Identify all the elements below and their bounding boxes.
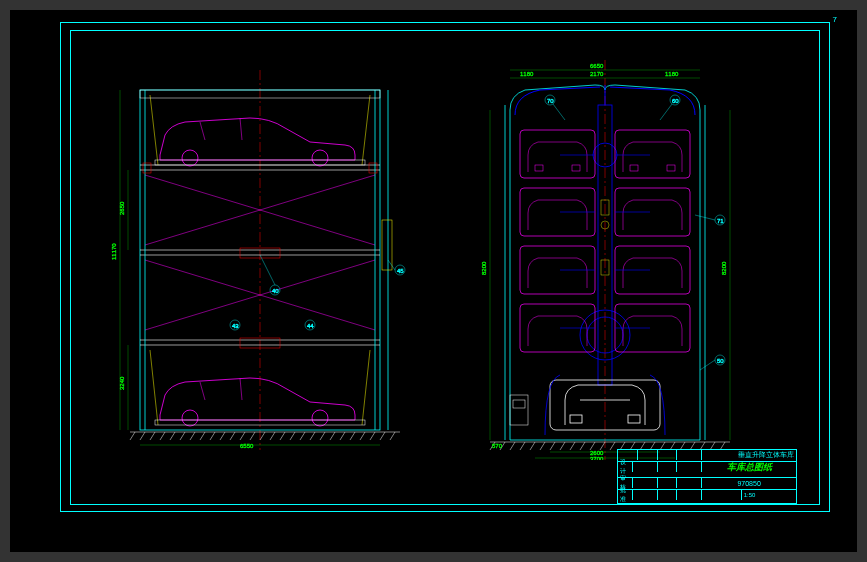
svg-line-54 (362, 350, 370, 425)
tb-cell (658, 450, 678, 460)
svg-line-9 (190, 432, 195, 440)
svg-line-15 (250, 432, 255, 440)
tb-cell (633, 462, 658, 472)
svg-line-17 (270, 432, 275, 440)
tb-approved-label: 批准 (618, 490, 633, 500)
svg-line-161 (553, 104, 565, 120)
svg-text:60: 60 (672, 98, 679, 104)
svg-line-12 (220, 432, 225, 440)
svg-rect-96 (535, 165, 543, 171)
svg-line-13 (230, 432, 235, 440)
svg-line-18 (280, 432, 285, 440)
svg-line-125 (560, 442, 565, 450)
svg-text:3240: 3240 (119, 376, 125, 390)
svg-line-6 (160, 432, 165, 440)
title-block: 垂直升降立体车库 设计 车库总图纸 审核 970850 批准 (617, 449, 797, 504)
svg-line-122 (530, 442, 535, 450)
svg-line-130 (610, 442, 615, 450)
svg-line-164 (660, 104, 672, 120)
tb-cell (677, 490, 702, 500)
tb-cell (702, 490, 742, 500)
svg-line-26 (360, 432, 365, 440)
corner-mark-top-right: 7 (833, 15, 837, 24)
svg-line-42 (200, 122, 205, 140)
svg-line-25 (350, 432, 355, 440)
svg-line-126 (570, 442, 575, 450)
svg-line-4 (140, 432, 145, 440)
svg-line-22 (320, 432, 325, 440)
svg-line-27 (370, 432, 375, 440)
svg-rect-88 (520, 130, 595, 178)
svg-line-129 (600, 442, 605, 450)
svg-line-47 (240, 378, 242, 400)
svg-rect-89 (615, 130, 690, 178)
svg-text:11170: 11170 (111, 243, 117, 260)
svg-line-5 (150, 432, 155, 440)
svg-line-53 (150, 350, 158, 425)
svg-line-46 (200, 382, 205, 400)
svg-point-41 (312, 150, 328, 166)
svg-line-120 (510, 442, 515, 450)
front-elevation-view: 6650 1180 2170 1180 2600 3700 8200 (450, 60, 760, 460)
tb-title: 车库总图纸 (702, 462, 796, 472)
svg-line-52 (362, 95, 370, 165)
svg-text:8200: 8200 (721, 261, 727, 275)
svg-text:40: 40 (272, 288, 279, 294)
svg-text:1180: 1180 (520, 71, 534, 77)
svg-text:2650: 2650 (119, 201, 125, 215)
svg-line-121 (520, 442, 525, 450)
tb-cell (638, 450, 658, 460)
svg-line-170 (700, 360, 715, 370)
svg-line-123 (540, 442, 545, 450)
svg-rect-97 (572, 165, 580, 171)
svg-line-124 (550, 442, 555, 450)
svg-line-8 (180, 432, 185, 440)
svg-line-51 (150, 95, 158, 165)
svg-rect-62 (369, 163, 377, 173)
cad-drawing-canvas: 7 (10, 10, 857, 552)
svg-line-80 (388, 260, 395, 270)
svg-rect-115 (510, 395, 528, 425)
svg-line-29 (390, 432, 395, 440)
svg-line-73 (260, 255, 275, 285)
svg-text:71: 71 (717, 218, 724, 224)
svg-text:1180: 1180 (665, 71, 679, 77)
tb-subtitle: 垂直升降立体车库 (702, 450, 796, 460)
svg-text:6550: 6550 (240, 443, 254, 449)
svg-line-14 (240, 432, 245, 440)
svg-rect-61 (143, 163, 151, 173)
svg-line-11 (210, 432, 215, 440)
svg-line-21 (310, 432, 315, 440)
svg-line-7 (170, 432, 175, 440)
svg-line-128 (590, 442, 595, 450)
svg-text:45: 45 (397, 268, 404, 274)
svg-rect-116 (513, 400, 525, 408)
svg-point-45 (312, 410, 328, 426)
svg-rect-55 (382, 220, 392, 270)
svg-text:43: 43 (232, 323, 239, 329)
svg-text:70: 70 (547, 98, 554, 104)
svg-text:2170: 2170 (590, 71, 604, 77)
svg-text:8200: 8200 (481, 261, 487, 275)
tb-scale: 1:50 (742, 490, 796, 500)
svg-line-16 (260, 432, 265, 440)
svg-line-23 (330, 432, 335, 440)
svg-rect-102 (628, 415, 640, 423)
tb-cell (677, 450, 702, 460)
svg-rect-98 (630, 165, 638, 171)
svg-line-28 (380, 432, 385, 440)
svg-line-3 (130, 432, 135, 440)
svg-text:50: 50 (717, 358, 724, 364)
tb-cell (658, 490, 678, 500)
svg-line-24 (340, 432, 345, 440)
tb-cell (633, 490, 658, 500)
tb-cell (677, 478, 702, 488)
tb-cell (677, 462, 702, 472)
side-elevation-view: 11170 6550 2650 3240 40 43 44 45 (110, 70, 410, 450)
svg-line-43 (240, 118, 242, 140)
svg-rect-99 (667, 165, 675, 171)
svg-line-20 (300, 432, 305, 440)
svg-line-10 (200, 432, 205, 440)
svg-text:44: 44 (307, 323, 314, 329)
svg-text:6650: 6650 (590, 63, 604, 69)
